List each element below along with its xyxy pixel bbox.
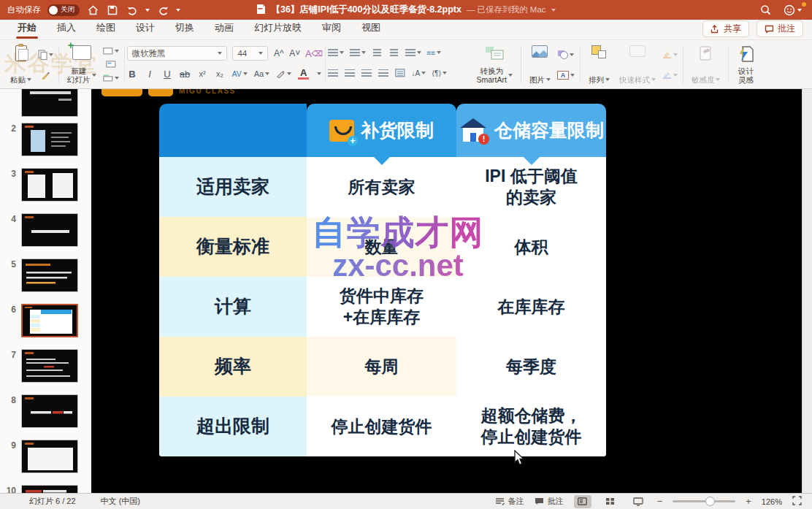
shape-outline-icon[interactable] [662,69,678,81]
slide-thumbnail-6[interactable] [21,304,78,337]
justify-icon[interactable] [378,67,389,79]
tab-绘图[interactable]: 绘图 [88,18,124,39]
align-left-icon[interactable] [328,67,339,79]
fit-to-window-icon[interactable] [792,496,802,507]
highlight-pen-icon[interactable] [276,68,291,80]
font-name-select[interactable]: 微软雅黑 [127,46,228,61]
home-icon[interactable] [86,4,99,17]
convert-smartart-button[interactable]: 转换为 SmartArt [474,44,516,86]
grow-font-icon[interactable]: A^ [273,47,284,59]
slide-thumbnail-3[interactable] [21,168,78,202]
undo-icon[interactable] [126,4,139,17]
new-slide-button[interactable]: 新建 幻灯片 [64,44,99,86]
document-save-status[interactable]: — 已保存到我的 Mac [467,4,546,15]
quick-styles-button[interactable]: 快速样式 [616,44,659,86]
language-indicator[interactable]: 中文 (中国) [101,496,140,507]
share-label: 共享 [724,23,741,35]
decrease-indent-icon[interactable] [372,47,383,58]
increase-indent-icon[interactable] [388,47,399,58]
document-title[interactable]: 【36】店铺IPI低于400分以及旺季备货-8.2pptx [271,4,461,16]
quick-access-dropdown-icon[interactable] [176,9,180,12]
underline-button[interactable]: U [162,68,173,80]
statusbar-comments-button[interactable]: 批注 [535,496,564,507]
char-spacing-button[interactable]: AV [232,68,248,80]
slide-thumbnail-5[interactable] [21,259,78,292]
change-case-button[interactable]: Aa [254,68,269,80]
format-painter-icon[interactable] [38,69,53,81]
search-icon[interactable] [759,4,772,17]
superscript-button[interactable]: x² [197,68,208,80]
section-icon[interactable] [103,72,119,84]
tab-切换[interactable]: 切换 [166,18,203,39]
save-icon[interactable] [106,4,119,17]
slideshow-view-button[interactable] [629,495,647,508]
tab-审阅[interactable]: 审阅 [313,18,350,39]
align-text-icon[interactable]: ⟨¶⟩ [432,67,447,79]
italic-button[interactable]: I [145,68,156,80]
design-ideas-button[interactable]: 设计 灵感 [734,44,757,86]
autosave-toggle[interactable]: 关闭 [47,4,80,16]
paste-button[interactable]: 粘贴 [7,44,34,86]
slide-thumbnail-9[interactable] [21,440,78,473]
zoom-out-icon[interactable]: − [657,496,663,507]
table-cell: 频率 [159,337,307,397]
font-color-button[interactable]: A [298,68,309,80]
shrink-font-icon[interactable]: A˅ [289,47,300,59]
zoom-slider-handle[interactable] [705,497,715,506]
tab-开始[interactable]: 开始 [9,18,45,39]
reset-slide-icon[interactable] [103,58,119,70]
tab-插入[interactable]: 插入 [48,18,85,39]
shape-fill-icon[interactable] [662,49,678,61]
tab-视图[interactable]: 视图 [353,18,389,39]
comments-button[interactable]: 批注 [757,20,803,37]
align-right-icon[interactable] [361,67,372,79]
slide-thumbnail-1[interactable] [21,89,78,117]
share-button[interactable]: 共享 [702,20,749,37]
slide-canvas[interactable]: MIGU CLASS 补货限制 ! 仓储容量限制 [91,89,802,493]
tab-设计[interactable]: 设计 [127,18,164,39]
picture-button[interactable]: 图片 [526,44,554,86]
line-spacing-icon[interactable] [405,47,421,58]
distribute-icon[interactable] [395,67,406,79]
slide-thumbnail-2[interactable] [21,123,78,156]
align-center-icon[interactable] [345,67,356,79]
slide-thumbnail-8[interactable] [21,394,78,428]
zoom-level[interactable]: 126% [762,497,782,506]
slide-thumbnail-10[interactable] [21,485,78,493]
vertical-scrollbar[interactable] [802,89,812,493]
copy-icon[interactable] [38,49,53,61]
columns-icon[interactable]: ≡≡ [427,47,442,58]
textbox-icon[interactable]: A [557,69,575,81]
slide-layout-icon[interactable] [103,45,119,57]
undo-dropdown-icon[interactable] [145,9,150,12]
subscript-button[interactable]: x₂ [215,68,226,80]
text-direction-icon[interactable]: ↓A [412,67,426,79]
title-dropdown-icon[interactable] [551,9,556,12]
slide-number: 5 [0,259,16,269]
tab-动画[interactable]: 动画 [206,18,242,39]
zoom-in-icon[interactable]: + [746,496,751,507]
shapes-icon[interactable] [557,49,575,61]
notes-button[interactable]: 备注 [495,496,524,507]
redo-icon[interactable] [156,4,169,17]
clear-formatting-icon[interactable]: A⌫ [305,47,322,59]
slide-thumbnail-7[interactable] [21,349,78,383]
account-smiley-icon[interactable] [784,4,802,17]
numbering-icon[interactable] [350,47,366,58]
ribbon: 米谷学堂 粘贴 新建 幻灯片 [0,40,812,89]
slide-thumbnail-4[interactable] [21,213,78,247]
font-color-dropdown-icon[interactable] [317,72,321,75]
sensitivity-button[interactable]: 敏感度 [689,44,724,86]
font-size-select[interactable]: 44 [232,46,268,61]
bold-button[interactable]: B [127,68,138,80]
slide-comparison-table[interactable]: 补货限制 ! 仓储容量限制 适用卖家所有卖家IPI 低于阈值 的卖家衡量标准数量… [159,104,606,456]
strikethrough-button[interactable]: ab [180,68,191,80]
arrange-button[interactable]: 排列 [586,44,613,86]
house-alert-icon: ! [459,118,488,143]
normal-view-button[interactable] [574,495,591,508]
new-slide-label: 新建 幻灯片 [67,66,91,84]
tab-幻灯片放映[interactable]: 幻灯片放映 [245,18,310,39]
bullets-icon[interactable] [328,47,344,58]
zoom-slider[interactable] [673,500,735,502]
slide-sorter-view-button[interactable] [602,495,619,508]
